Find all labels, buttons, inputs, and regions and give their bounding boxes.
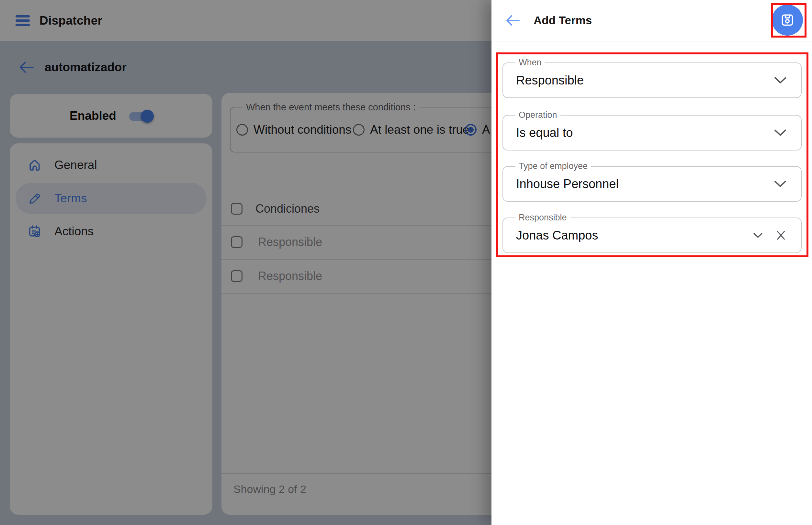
operation-value: Is equal to — [516, 126, 774, 140]
chevron-down-icon — [774, 180, 787, 188]
chevron-down-icon — [753, 232, 763, 238]
drawer-title: Add Terms — [534, 14, 592, 27]
chevron-down-icon — [774, 76, 787, 84]
when-value: Responsible — [516, 74, 774, 87]
responsible-value: Jonas Campos — [516, 228, 753, 242]
save-button[interactable] — [772, 4, 803, 35]
type-of-employee-value: Inhouse Personnel — [516, 177, 774, 191]
floppy-disk-icon — [780, 12, 795, 28]
when-select[interactable]: When Responsible — [502, 62, 802, 98]
operation-select[interactable]: Operation Is equal to — [502, 115, 802, 150]
type-of-employee-select[interactable]: Type of employee Inhouse Personnel — [502, 166, 802, 202]
backdrop-overlay[interactable] — [0, 0, 491, 525]
responsible-select[interactable]: Responsible Jonas Campos — [502, 217, 802, 253]
screen: Dispatcher automatizador Enabled General — [0, 0, 812, 525]
drawer-header: Add Terms — [491, 0, 812, 42]
clear-icon[interactable] — [775, 229, 787, 241]
back-arrow-icon[interactable] — [505, 14, 521, 27]
chevron-down-icon — [774, 129, 787, 137]
add-terms-drawer: Add Terms When Responsible Operation Is … — [491, 0, 812, 525]
